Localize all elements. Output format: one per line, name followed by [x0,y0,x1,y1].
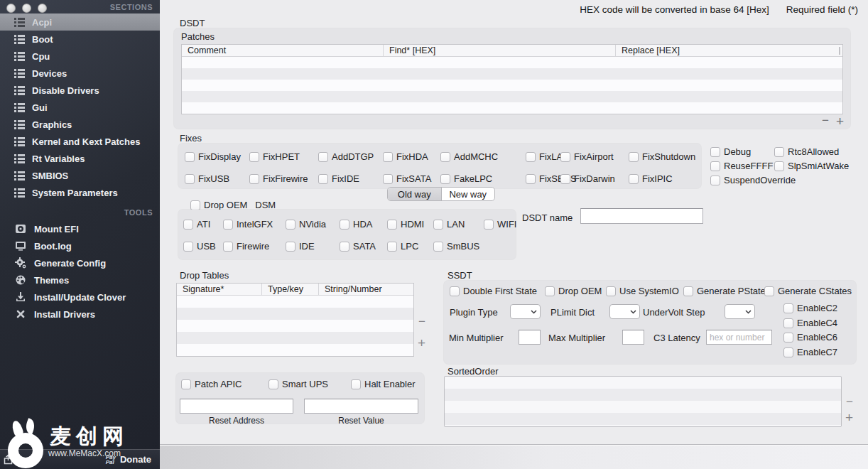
checkbox[interactable] [340,242,349,252]
drop-tables-table[interactable]: Signature* Type/key String/Number [176,283,414,357]
checkbox-option[interactable]: Firewire [223,241,269,252]
sidebar-section-item[interactable]: Devices [0,65,160,82]
checkbox-option[interactable]: Debug [710,146,751,157]
sidebar-section-item[interactable]: Gui [0,99,160,116]
drop-oem-dsm-checkbox[interactable]: Drop OEM _DSM [190,200,276,210]
checkbox-option[interactable]: Generate PStates [683,286,770,296]
dsdt-name-input[interactable] [580,208,703,224]
tool-mount-efi[interactable]: Mount EFI [0,220,160,237]
checkbox[interactable] [774,161,784,171]
sidebar-section-item[interactable]: Rt Variables [0,150,160,167]
drop-tables-add-button[interactable]: + [418,338,425,349]
window-close-button[interactable] [6,4,16,13]
checkbox-option[interactable]: FixDisplay [185,151,241,162]
checkbox[interactable] [683,286,693,296]
checkbox-option[interactable]: EnableC7 [783,347,837,357]
checkbox-option[interactable]: FixDarwin [560,173,615,184]
checkbox-option[interactable]: SlpSmiAtWake [774,161,849,171]
checkbox[interactable] [340,220,349,230]
new-way-segment[interactable]: New way [442,188,495,200]
sidebar-section-item[interactable]: Graphics [0,116,160,133]
window-minimize-button[interactable] [22,4,31,13]
checkbox[interactable] [440,152,450,162]
checkbox[interactable] [249,152,259,162]
checkbox-option[interactable]: FixUSB [185,173,229,184]
sidebar-section-item[interactable]: Acpi [0,14,160,31]
patches-remove-button[interactable]: − [822,115,829,126]
tool-boot-log[interactable]: Boot.log [0,237,160,254]
sorted-order-remove-button[interactable]: − [846,397,853,408]
checkbox[interactable] [268,379,278,389]
sidebar-section-item[interactable]: Disable Drivers [0,82,160,99]
drop-tables-remove-button[interactable]: − [418,316,425,328]
old-way-segment[interactable]: Old way [388,188,442,200]
checkbox-option[interactable]: LPC [387,241,418,252]
max-multiplier-input[interactable] [622,330,644,345]
checkbox-option[interactable]: HDMI [387,219,424,230]
patches-table-body[interactable] [182,57,842,114]
reset-value-input[interactable] [304,399,418,414]
checkbox[interactable] [387,220,397,230]
checkbox[interactable] [783,303,793,313]
checkbox[interactable] [387,242,397,252]
checkbox[interactable] [629,174,639,184]
checkbox[interactable] [433,242,443,252]
column-signature[interactable]: Signature* [177,284,261,295]
checkbox-option[interactable]: AddDTGP [318,151,374,162]
checkbox[interactable] [318,174,328,184]
checkbox-option[interactable]: Halt Enabler [351,379,416,389]
column-replace-hex[interactable]: Replace [HEX] [615,45,842,56]
sorted-order-add-button[interactable]: + [845,412,853,424]
checkbox[interactable] [223,220,233,230]
checkbox[interactable] [560,152,570,162]
checkbox-option[interactable]: IDE [286,241,315,252]
patches-table[interactable]: Comment Find* [HEX] Replace [HEX] [181,44,843,114]
checkbox[interactable] [223,242,233,252]
checkbox[interactable] [526,174,536,184]
checkbox[interactable] [710,161,720,171]
checkbox-option[interactable]: SmBUS [433,241,479,252]
column-type-key[interactable]: Type/key [261,284,318,295]
share-icon[interactable] [3,454,13,465]
checkbox-option[interactable]: SuspendOverride [710,175,796,185]
checkbox-option[interactable]: EnableC6 [783,332,837,343]
checkbox[interactable] [774,147,784,157]
checkbox[interactable] [560,174,570,184]
checkbox-option[interactable]: FixFirewire [249,173,308,184]
undervolt-step-dropdown[interactable] [725,304,755,319]
checkbox[interactable] [183,242,193,252]
checkbox-option[interactable]: Generate CStates [764,286,852,296]
checkbox[interactable] [185,152,195,162]
checkbox[interactable] [484,220,494,230]
checkbox[interactable] [764,286,774,296]
sorted-order-list[interactable] [444,376,842,427]
sidebar-section-item[interactable]: Boot [0,31,160,48]
column-find-hex[interactable]: Find* [HEX] [383,45,615,56]
checkbox[interactable] [249,174,259,184]
checkbox-option[interactable]: FixHDA [383,151,428,162]
sidebar-section-item[interactable]: SMBIOS [0,167,160,184]
scrollbar[interactable] [839,47,840,55]
checkbox-option[interactable]: WIFI [484,219,516,230]
checkbox-option[interactable]: Rtc8Allowed [774,146,839,157]
checkbox[interactable] [181,379,191,389]
checkbox-option[interactable]: HDA [340,219,372,230]
plugin-type-dropdown[interactable] [510,304,541,319]
checkbox-option[interactable]: USB [183,241,216,252]
checkbox[interactable] [783,333,793,343]
checkbox[interactable] [433,220,443,230]
checkbox-option[interactable]: Drop OEM [545,286,602,296]
checkbox-option[interactable]: ReuseFFFF [710,161,773,171]
checkbox[interactable] [526,152,536,162]
checkbox-option[interactable]: Use SystemIO [606,286,679,296]
plimit-dict-dropdown[interactable] [609,304,640,319]
checkbox[interactable] [629,152,639,162]
column-string-number[interactable]: String/Number [318,284,413,295]
c3-latency-input[interactable] [706,330,772,345]
sidebar-section-item[interactable]: Kernel and Kext Patches [0,133,160,150]
donate-button[interactable]: Donate [120,454,151,465]
checkbox[interactable] [183,220,193,230]
sidebar-section-item[interactable]: Cpu [0,48,160,65]
checkbox-option[interactable]: Double First State [450,286,537,296]
checkbox[interactable] [190,200,200,210]
